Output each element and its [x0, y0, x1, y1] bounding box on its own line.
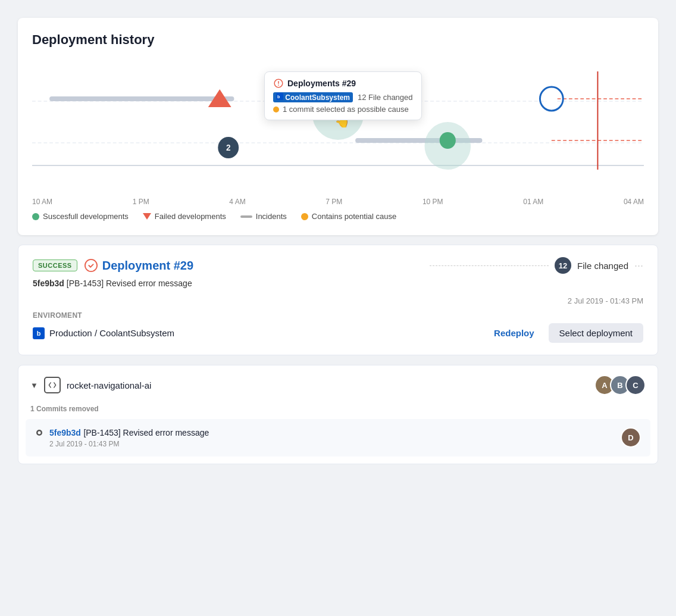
avatar-3: C — [625, 375, 646, 395]
svg-point-24 — [85, 259, 97, 271]
time-label-2: 4 AM — [229, 198, 245, 206]
tooltip-service-badge: b CoolantSubsystem — [273, 92, 353, 102]
tooltip-service-row: b CoolantSubsystem 12 File changed — [273, 92, 413, 102]
tooltip-title: Deployments #29 — [273, 78, 413, 89]
deployment-card: SUCCESS Deployment #29 12 File changed ·… — [18, 245, 658, 355]
tooltip-commit-row: 1 commit selected as possible cause — [273, 105, 413, 114]
env-row: b Production / CoolantSubsystem Redeploy… — [33, 323, 643, 343]
page-title: Deployment history — [32, 32, 644, 48]
deployment-header: SUCCESS Deployment #29 12 File changed ·… — [33, 257, 643, 274]
svg-point-19 — [546, 93, 557, 105]
time-label-5: 01 AM — [523, 198, 543, 206]
commit-icon-area — [35, 429, 43, 437]
select-deployment-button[interactable]: Select deployment — [549, 323, 643, 343]
commit-row: 5fe9b3d [PB-1453] Revised error message … — [26, 419, 650, 456]
svg-text:2: 2 — [226, 143, 231, 152]
author-avatars: A B C — [594, 375, 646, 395]
file-changed-label: File changed — [577, 261, 628, 271]
env-label: Enviroment — [33, 311, 643, 320]
time-label-0: 10 AM — [32, 198, 52, 206]
commit-author-avatar: D — [621, 427, 641, 448]
chart-area: 2 👆 Deployments #29 b — [32, 60, 644, 190]
chart-legend: Suscesfull developments Failed developme… — [32, 212, 644, 221]
svg-point-23 — [273, 107, 279, 112]
bitbucket-icon: b — [33, 327, 45, 339]
sentry-deployment-icon — [84, 259, 98, 272]
orange-dot-icon — [273, 107, 279, 112]
time-label-6: 04 AM — [624, 198, 644, 206]
code-icon — [44, 377, 61, 393]
legend-potential-label: Contains potential cause — [312, 212, 396, 221]
redeploy-button[interactable]: Redeploy — [488, 324, 540, 342]
more-icon: ··· — [634, 259, 643, 272]
code-brackets-icon — [48, 381, 57, 389]
successful-dot-icon — [32, 213, 39, 220]
commit-date: 2 Jul 2019 - 01:43 PM — [49, 440, 209, 448]
time-label-1: 1 PM — [133, 198, 149, 206]
legend-successful: Suscesfull developments — [32, 212, 129, 221]
sentry-icon — [273, 78, 284, 89]
deployment-commit: 5fe9b3d [PB-1453] Revised error message — [33, 279, 643, 288]
deployment-tooltip: Deployments #29 b CoolantSubsystem 12 Fi… — [264, 71, 422, 120]
status-badge: SUCCESS — [33, 259, 77, 271]
legend-failed: Failed developments — [143, 212, 226, 221]
repo-name: rocket-navigational-ai — [67, 380, 152, 390]
svg-point-15 — [440, 132, 456, 149]
commit-avatar: D — [621, 427, 641, 448]
svg-text:b: b — [277, 95, 280, 99]
time-axis: 10 AM 1 PM 4 AM 7 PM 10 PM 01 AM 04 AM — [32, 195, 644, 206]
legend-failed-label: Failed developments — [155, 212, 226, 221]
deployment-title: Deployment #29 — [84, 259, 193, 273]
deployment-right: 12 File changed ··· — [430, 257, 643, 274]
legend-successful-label: Suscesfull developments — [43, 212, 129, 221]
chevron-down-icon[interactable]: ▼ — [30, 381, 38, 390]
env-name: b Production / CoolantSubsystem — [33, 327, 174, 339]
incidents-line-icon — [240, 215, 252, 218]
legend-incidents-label: Incidents — [256, 212, 287, 221]
commit-dot-icon — [35, 429, 43, 437]
bitbucket-small-icon: b — [276, 93, 283, 100]
commit-info: 5fe9b3d [PB-1453] Revised error message … — [49, 427, 209, 448]
separator-line — [430, 265, 549, 266]
commits-removed-label: 1 Commits removed — [18, 405, 658, 419]
potential-dot-icon — [301, 213, 308, 220]
svg-rect-3 — [49, 96, 234, 101]
commit-section-header: ▼ rocket-navigational-ai A B C — [18, 365, 658, 405]
commit-hash-message: 5fe9b3d [PB-1453] Revised error message — [49, 427, 209, 438]
chart-card: Deployment history — [18, 18, 658, 235]
time-label-3: 7 PM — [326, 198, 342, 206]
commit-section: ▼ rocket-navigational-ai A B C 1 Commits… — [18, 365, 658, 464]
svg-point-26 — [38, 431, 41, 434]
legend-potential: Contains potential cause — [301, 212, 396, 221]
deployment-date: 2 Jul 2019 - 01:43 PM — [568, 296, 643, 305]
legend-incidents: Incidents — [240, 212, 287, 221]
file-count-badge: 12 — [555, 257, 571, 274]
time-label-4: 10 PM — [422, 198, 443, 206]
failed-triangle-icon — [143, 213, 151, 220]
